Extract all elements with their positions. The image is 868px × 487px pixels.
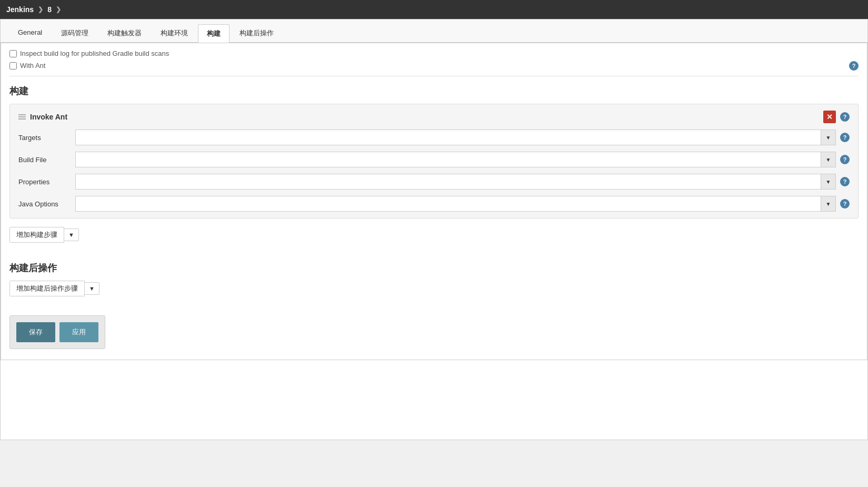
targets-dropdown-btn[interactable]: ▼	[821, 130, 836, 145]
add-post-step-button[interactable]: 增加构建后操作步骤	[9, 281, 85, 296]
invoke-ant-label: Invoke Ant	[30, 113, 67, 121]
save-button[interactable]: 保存	[16, 322, 55, 342]
add-build-step-button[interactable]: 增加构建步骤	[9, 227, 64, 243]
build-file-input[interactable]	[75, 152, 821, 167]
tab-source[interactable]: 源码管理	[52, 24, 97, 42]
properties-label: Properties	[18, 178, 71, 186]
invoke-ant-delete-button[interactable]: ✕	[823, 111, 836, 123]
java-options-label: Java Options	[18, 200, 71, 208]
tab-build[interactable]: 构建	[198, 24, 230, 43]
targets-help-icon[interactable]: ?	[840, 133, 850, 142]
invoke-ant-card: Invoke Ant ✕ ? Targets ▼ ?	[9, 104, 859, 218]
add-build-step-group: 增加构建步骤 ▼	[9, 227, 859, 243]
invoke-ant-title-group: Invoke Ant	[18, 113, 67, 121]
main-panel: General 源码管理 构建触发器 构建环境 构建 构建后操作 Inspect…	[0, 19, 868, 440]
inspect-gradle-label: Inspect build log for published Gradle b…	[20, 49, 169, 57]
checkbox-section: Inspect build log for published Gradle b…	[9, 43, 859, 76]
add-build-step-dropdown-button[interactable]: ▼	[64, 228, 79, 241]
targets-input-group: ▼	[75, 130, 836, 145]
breadcrumb-number[interactable]: 8	[47, 5, 52, 14]
java-options-input[interactable]	[75, 196, 821, 212]
build-file-dropdown-btn[interactable]: ▼	[821, 152, 836, 167]
add-post-step-dropdown-button[interactable]: ▼	[85, 282, 99, 295]
tab-env[interactable]: 构建环境	[152, 24, 197, 42]
build-file-input-group-wrapper: ▼ ?	[75, 152, 850, 167]
inspect-gradle-checkbox[interactable]	[9, 50, 17, 57]
java-options-input-group: ▼	[75, 196, 836, 212]
properties-input-group-wrapper: ▼ ?	[75, 174, 850, 190]
tab-navigation: General 源码管理 构建触发器 构建环境 构建 构建后操作	[1, 19, 867, 43]
with-ant-help-icon[interactable]: ?	[849, 61, 859, 71]
apply-button[interactable]: 应用	[59, 322, 98, 342]
tab-post[interactable]: 构建后操作	[231, 24, 283, 42]
build-section-heading: 构建	[9, 76, 859, 104]
targets-row: Targets ▼ ?	[18, 130, 850, 145]
build-file-row: Build File ▼ ?	[18, 152, 850, 167]
tab-general[interactable]: General	[9, 24, 51, 42]
java-options-input-group-wrapper: ▼ ?	[75, 196, 850, 212]
java-options-row: Java Options ▼ ?	[18, 196, 850, 212]
targets-input[interactable]	[75, 130, 821, 145]
properties-dropdown-btn[interactable]: ▼	[821, 174, 836, 190]
properties-input[interactable]	[75, 174, 821, 190]
breadcrumb-chevron-1: ❯	[38, 6, 43, 13]
invoke-ant-actions: ✕ ?	[823, 111, 850, 123]
targets-input-group-wrapper: ▼ ?	[75, 130, 850, 145]
build-file-input-group: ▼	[75, 152, 836, 167]
breadcrumb-chevron-2: ❯	[56, 6, 61, 13]
brand-logo[interactable]: Jenkins	[6, 5, 34, 14]
with-ant-row: With Ant ?	[9, 59, 859, 72]
build-file-help-icon[interactable]: ?	[840, 155, 850, 164]
page-body: Inspect build log for published Gradle b…	[1, 43, 867, 360]
save-area: 保存 应用	[9, 315, 105, 349]
drag-line-3	[18, 118, 26, 120]
with-ant-inner: With Ant	[9, 59, 45, 72]
properties-help-icon[interactable]: ?	[840, 177, 850, 186]
drag-handle[interactable]	[18, 114, 26, 120]
properties-input-group: ▼	[75, 174, 836, 190]
targets-label: Targets	[18, 134, 71, 142]
build-file-label: Build File	[18, 156, 71, 164]
tab-triggers[interactable]: 构建触发器	[98, 24, 151, 42]
inspect-gradle-row: Inspect build log for published Gradle b…	[9, 47, 859, 59]
invoke-ant-help-icon[interactable]: ?	[840, 112, 850, 122]
post-build-section: 构建后操作 增加构建后操作步骤 ▼	[9, 253, 859, 296]
java-options-help-icon[interactable]: ?	[840, 199, 850, 208]
add-post-step-group: 增加构建后操作步骤 ▼	[9, 281, 859, 296]
post-build-heading: 构建后操作	[9, 253, 859, 281]
drag-line-2	[18, 116, 26, 117]
properties-row: Properties ▼ ?	[18, 174, 850, 190]
invoke-ant-header: Invoke Ant ✕ ?	[18, 111, 850, 123]
topbar: Jenkins ❯ 8 ❯	[0, 0, 868, 19]
java-options-dropdown-btn[interactable]: ▼	[821, 196, 836, 212]
drag-line-1	[18, 114, 26, 115]
with-ant-label: With Ant	[20, 62, 45, 69]
with-ant-checkbox[interactable]	[9, 62, 17, 69]
